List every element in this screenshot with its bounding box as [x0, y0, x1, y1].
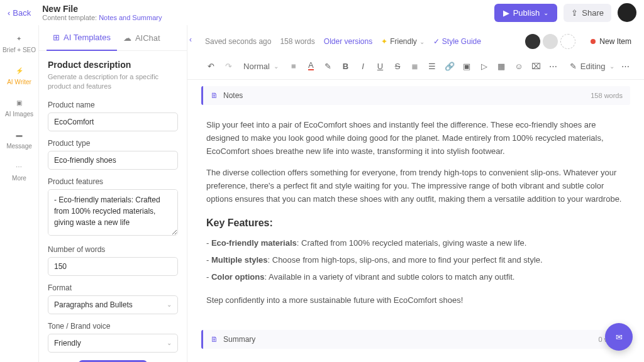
format-select[interactable]: Paragraphs and Bullets ⌄: [48, 295, 178, 314]
chat-icon: ▬: [13, 129, 25, 140]
video-button[interactable]: ▷: [478, 59, 491, 73]
feature-item: - Eco-friendly materials: Crafted from 1…: [206, 237, 625, 250]
text-color-button[interactable]: A: [305, 59, 318, 73]
bolt-icon: ⚡: [14, 65, 25, 76]
chevron-down-icon: ⌄: [167, 339, 172, 346]
strikethrough-button[interactable]: S: [391, 59, 404, 73]
new-item-indicator[interactable]: New Item: [591, 37, 631, 46]
check-circle-icon: ✓: [433, 37, 440, 46]
highlight-button[interactable]: ✎: [322, 59, 335, 73]
feature-item: - Multiple styles: Choose from high-tops…: [206, 254, 625, 267]
template-link[interactable]: Notes and Summary: [99, 14, 162, 21]
editing-mode-select[interactable]: ✎ Editing ⌄: [570, 62, 614, 71]
paragraph: Slip your feet into a pair of EcoComfort…: [206, 119, 625, 158]
field-product-type: Product type: [48, 139, 178, 170]
tone-select[interactable]: Friendly ⌄: [48, 334, 178, 353]
status-dot-icon: [591, 39, 596, 44]
chat-icon: ✉: [616, 332, 623, 342]
tab-ai-templates[interactable]: ⊞ AI Templates: [47, 25, 117, 51]
editor: Saved seconds ago 158 words Older versio…: [187, 25, 644, 362]
rail-brief-seo[interactable]: ✦ Brief + SEO: [3, 33, 36, 53]
pencil-icon: ✎: [570, 62, 577, 71]
templates-icon: ⊞: [53, 33, 60, 42]
ellipsis-icon: ⋯: [13, 161, 25, 172]
top-header: ‹ Back New File Content template: Notes …: [0, 0, 644, 25]
chevron-down-icon: ⌄: [419, 38, 425, 45]
older-versions-link[interactable]: Older versions: [324, 37, 372, 46]
template-panel: Product description Generate a descripti…: [39, 51, 187, 362]
document-content: 🗎 Notes 158 words Slip your feet into a …: [187, 80, 644, 362]
rail-ai-images[interactable]: ▣ AI Images: [5, 97, 33, 118]
target-icon: ✦: [13, 33, 25, 44]
field-tone: Tone / Brand voice Friendly ⌄: [48, 322, 178, 353]
user-avatar[interactable]: [618, 3, 636, 22]
notes-body[interactable]: Slip your feet into a pair of EcoComfort…: [201, 111, 630, 324]
product-features-textarea[interactable]: - Eco-friendly materials: Crafted from 1…: [48, 189, 178, 236]
table-button[interactable]: ▦: [496, 59, 508, 73]
play-icon: ▶: [503, 8, 509, 18]
tone-dropdown[interactable]: ✦ Friendly ⌄: [381, 37, 425, 46]
link-button[interactable]: 🔗: [443, 59, 456, 73]
chat-icon: ☁: [123, 33, 131, 43]
publish-button[interactable]: ▶ Publish ⌄: [494, 4, 558, 22]
notes-section-header[interactable]: 🗎 Notes 158 words: [201, 86, 630, 105]
chevron-down-icon: ⌄: [167, 301, 172, 308]
image-button[interactable]: ▣: [460, 59, 473, 73]
back-link[interactable]: ‹ Back: [8, 8, 31, 18]
editor-toolbar: ↶ ↷ Normal ⌄ ≡ A ✎ B I U S ≣ ☰ 🔗 ▣ ▷ ▦ ☺…: [187, 55, 644, 80]
numbered-list-button[interactable]: ☰: [426, 59, 438, 73]
toolbar-overflow-button[interactable]: ⋯: [619, 59, 632, 73]
redo-button[interactable]: ↷: [223, 59, 235, 73]
main-area: ✦ Brief + SEO ⚡ AI Writer ▣ AI Images ▬ …: [0, 25, 644, 362]
avatar[interactable]: [543, 34, 558, 49]
panel-desc: Generate a description for a specific pr…: [48, 72, 178, 92]
word-count-input[interactable]: [48, 257, 178, 276]
editor-meta: Saved seconds ago 158 words Older versio…: [187, 25, 644, 55]
feature-item: - Color options: Available in a variety …: [206, 271, 625, 284]
paragraph: The diverse collection offers something …: [206, 167, 625, 206]
sparkle-icon: ✦: [381, 37, 387, 46]
intercom-chat-button[interactable]: ✉: [605, 323, 633, 351]
undo-button[interactable]: ↶: [205, 59, 218, 73]
chevron-down-icon: ⌄: [543, 9, 548, 16]
word-count: 158 words: [280, 37, 314, 46]
clear-format-button[interactable]: ⌧: [530, 59, 543, 73]
share-button[interactable]: ⇪ Share: [564, 4, 611, 22]
paragraph: Step confidently into a more sustainable…: [206, 294, 625, 307]
header-actions: ▶ Publish ⌄ ⇪ Share: [494, 3, 636, 22]
more-format-button[interactable]: ⋯: [547, 59, 560, 73]
summary-section-header[interactable]: 🗎 Summary 0 words: [201, 330, 630, 349]
avatar[interactable]: [525, 34, 540, 49]
paragraph-style-select[interactable]: Normal ⌄: [240, 60, 282, 73]
bullet-list-button[interactable]: ≣: [409, 59, 421, 73]
features-heading: Key Features:: [206, 215, 625, 231]
notes-word-count: 158 words: [591, 92, 623, 99]
product-name-input[interactable]: [48, 112, 178, 131]
field-product-name: Product name: [48, 101, 178, 131]
tab-aichat[interactable]: ☁ AIChat: [117, 25, 167, 50]
rail-message[interactable]: ▬ Message: [6, 129, 32, 150]
underline-button[interactable]: U: [374, 59, 387, 73]
emoji-button[interactable]: ☺: [513, 59, 525, 73]
chevron-left-icon: ‹: [8, 8, 10, 18]
panel-title: Product description: [48, 60, 178, 70]
bold-button[interactable]: B: [340, 59, 352, 73]
style-guide-link[interactable]: ✓ Style Guide: [433, 37, 481, 46]
align-button[interactable]: ≡: [287, 59, 300, 73]
image-icon: ▣: [14, 97, 25, 108]
collapse-sidebar-button[interactable]: ‹: [186, 35, 195, 44]
product-type-input[interactable]: [48, 151, 178, 170]
rail-ai-writer[interactable]: ⚡ AI Writer: [7, 65, 31, 85]
add-avatar[interactable]: [560, 34, 575, 49]
chevron-down-icon: ⌄: [274, 63, 279, 70]
field-format: Format Paragraphs and Bullets ⌄: [48, 283, 178, 314]
collaborator-avatars: [525, 34, 575, 49]
note-icon: 🗎: [211, 335, 218, 344]
left-rail: ✦ Brief + SEO ⚡ AI Writer ▣ AI Images ▬ …: [0, 25, 39, 362]
field-product-features: Product features - Eco-friendly material…: [48, 177, 178, 238]
rail-more[interactable]: ⋯ More: [12, 161, 26, 182]
note-icon: 🗎: [211, 91, 218, 100]
italic-button[interactable]: I: [357, 59, 369, 73]
title-block: New File Content template: Notes and Sum…: [42, 4, 162, 21]
chevron-down-icon: ⌄: [609, 63, 614, 70]
